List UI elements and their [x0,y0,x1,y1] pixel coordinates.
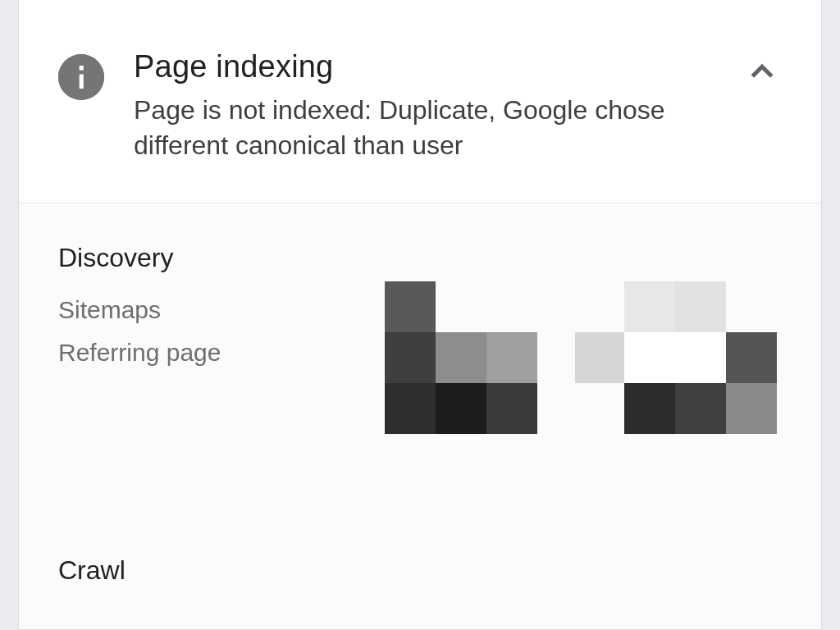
header-text: Page indexing Page is not indexed: Dupli… [134,49,742,163]
card-title: Page indexing [134,49,723,84]
svg-rect-2 [80,66,84,71]
redacted-values [385,281,795,445]
svg-rect-1 [80,75,84,89]
info-icon [58,54,104,100]
section-title-discovery: Discovery [58,243,782,273]
card-body: Discovery Sitemaps Referring page Crawl [19,203,821,630]
page-indexing-card: Page indexing Page is not indexed: Dupli… [18,0,822,630]
card-header[interactable]: Page indexing Page is not indexed: Dupli… [19,0,821,203]
card-subtitle: Page is not indexed: Duplicate, Google c… [134,93,723,163]
section-title-crawl: Crawl [58,555,782,586]
chevron-up-icon[interactable] [742,52,782,92]
